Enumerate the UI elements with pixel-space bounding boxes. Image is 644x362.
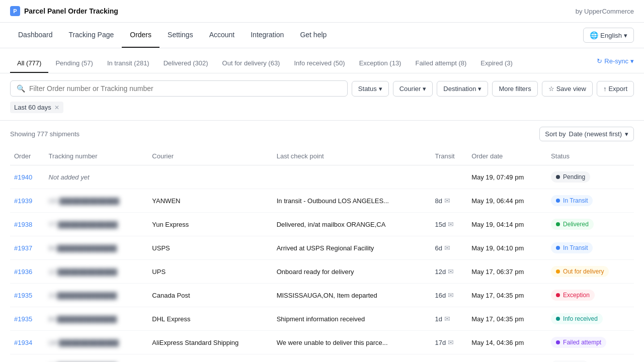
col-tracking-number: Tracking number [45, 147, 148, 165]
checkpoint-cell [273, 165, 431, 189]
tab-pending[interactable]: Pending (57) [48, 54, 100, 73]
tag-remove-button[interactable]: ✕ [54, 104, 59, 111]
transit-cell: 15d ✉ [431, 213, 467, 236]
table-row: #193794 ██████████████USPSArrived at USP… [10, 236, 634, 260]
search-input[interactable] [29, 84, 341, 93]
status-badge: Info received [551, 313, 603, 324]
status-badge: Exception [551, 290, 595, 301]
sort-selector[interactable]: Sort by Date (newest first) ▾ [539, 127, 634, 141]
status-cell: Expired [547, 354, 634, 363]
status-label: Pending [563, 173, 585, 180]
status-filter-button[interactable]: Status ▾ [352, 81, 389, 97]
nav-integration[interactable]: Integration [243, 23, 292, 48]
tracking-link[interactable]: LW ██████████████ [49, 339, 119, 346]
order-date-cell: May 19, 04:14 pm [467, 213, 547, 236]
courier-cell [148, 165, 272, 189]
table-info-row: Showing 777 shipments Sort by Date (newe… [0, 121, 644, 147]
email-icon: ✉ [444, 244, 450, 252]
courier-filter-button[interactable]: Courier ▾ [393, 81, 433, 97]
status-cell: Out for delivery [547, 260, 634, 284]
transit-value: 1d [435, 315, 442, 323]
tab-exception[interactable]: Exception (13) [352, 54, 409, 73]
tracking-link[interactable]: 84 ██████████████ [49, 316, 117, 323]
resync-icon: ↻ [597, 57, 602, 65]
order-link[interactable]: #1935 [14, 315, 32, 323]
more-filters-label: More filters [499, 85, 531, 93]
order-link[interactable]: #1940 [14, 173, 32, 181]
order-link[interactable]: #1938 [14, 221, 32, 228]
status-label: Out for delivery [563, 268, 604, 275]
col-last-checkpoint: Last check point [273, 147, 431, 165]
tag-label: Last 60 days [14, 104, 51, 111]
table-row: #1934LW ██████████████AliExpress Standar… [10, 331, 634, 354]
transit-value: 8d [435, 197, 442, 205]
status-cell: In Transit [547, 189, 634, 213]
order-date-cell: May 14, 04:36 pm [467, 354, 547, 363]
checkpoint-cell: Arrived at USPS Regional Facility [273, 236, 431, 260]
resync-chevron-icon: ▾ [630, 57, 634, 65]
nav-get-help[interactable]: Get help [292, 23, 335, 48]
tracking-link[interactable]: YT ██████████████ [49, 221, 118, 228]
table-row: #193457 ██████████████FedexDelivery opti… [10, 354, 634, 363]
nav-settings[interactable]: Settings [159, 23, 201, 48]
more-filters-button[interactable]: More filters [492, 81, 537, 97]
tracking-link[interactable]: 94 ██████████████ [49, 245, 117, 252]
tab-expired[interactable]: Expired (3) [473, 54, 520, 73]
status-dot [556, 175, 560, 179]
destination-filter-chevron-icon: ▾ [478, 85, 481, 93]
export-button[interactable]: ↑ Export [597, 81, 634, 97]
destination-filter-button[interactable]: Destination ▾ [437, 81, 488, 97]
col-status: Status [547, 147, 634, 165]
status-cell: Exception [547, 284, 634, 307]
order-link[interactable]: #1936 [14, 268, 32, 276]
col-order-date: Order date [467, 147, 547, 165]
order-date-cell: May 17, 06:37 pm [467, 260, 547, 284]
tracking-link[interactable]: 1Z ██████████████ [49, 268, 117, 276]
tracking-link[interactable]: UG ██████████████ [49, 198, 119, 205]
order-link[interactable]: #1939 [14, 197, 32, 205]
order-link[interactable]: #1937 [14, 244, 32, 252]
status-cell: In Transit [547, 236, 634, 260]
transit-value: 17d [435, 339, 446, 346]
tab-failed-attempt[interactable]: Failed attempt (8) [408, 54, 473, 73]
courier-cell: UPS [148, 260, 272, 284]
tab-out-for-delivery[interactable]: Out for delivery (63) [215, 54, 287, 73]
order-link[interactable]: #1935 [14, 292, 32, 299]
status-dot [556, 246, 560, 250]
save-view-button[interactable]: ☆ Save view [542, 81, 593, 97]
status-badge: Pending [551, 171, 590, 183]
sort-value: Date (newest first) [569, 130, 622, 138]
language-selector[interactable]: 🌐 English ▾ [583, 28, 634, 43]
tab-in-transit[interactable]: In transit (281) [100, 54, 156, 73]
tab-delivered[interactable]: Delivered (302) [156, 54, 215, 73]
nav-account[interactable]: Account [201, 23, 243, 48]
tab-all[interactable]: All (777) [10, 54, 48, 73]
table-row: #193510 ██████████████Canada PostMISSISS… [10, 284, 634, 307]
status-dot [556, 199, 560, 203]
nav-tracking-page[interactable]: Tracking Page [61, 23, 122, 48]
table-body: #1940Not added yetMay 19, 07:49 pmPendin… [10, 165, 634, 363]
transit-value: 16d [435, 292, 446, 299]
export-label: Export [608, 85, 627, 93]
orders-table: Order Tracking number Courier Last check… [10, 147, 634, 362]
status-label: In Transit [563, 197, 588, 204]
nav-dashboard[interactable]: Dashboard [10, 23, 61, 48]
transit-cell [431, 165, 467, 189]
nav-orders[interactable]: Orders [122, 23, 159, 48]
courier-cell: AliExpress Standard Shipping [148, 331, 272, 354]
tracking-link[interactable]: 10 ██████████████ [49, 292, 117, 299]
status-badge: Failed attempt [551, 337, 606, 348]
resync-button[interactable]: ↻ Re-sync ▾ [597, 57, 634, 70]
status-label: Failed attempt [563, 339, 601, 346]
tracking-not-added: Not added yet [49, 173, 90, 181]
transit-cell: 1d ✉ [431, 307, 467, 331]
date-filter-tag: Last 60 days ✕ [10, 102, 63, 113]
globe-icon: 🌐 [590, 31, 598, 39]
tab-info-received[interactable]: Info received (50) [287, 54, 352, 73]
order-link[interactable]: #1934 [14, 339, 32, 346]
checkpoint-cell: Delivery option requested Hold at F... [273, 354, 431, 363]
table-row: #193584 ██████████████DHL ExpressShipmen… [10, 307, 634, 331]
transit-cell: 8d ✉ [431, 189, 467, 213]
email-icon: ✉ [444, 197, 450, 205]
email-icon: ✉ [448, 338, 454, 346]
